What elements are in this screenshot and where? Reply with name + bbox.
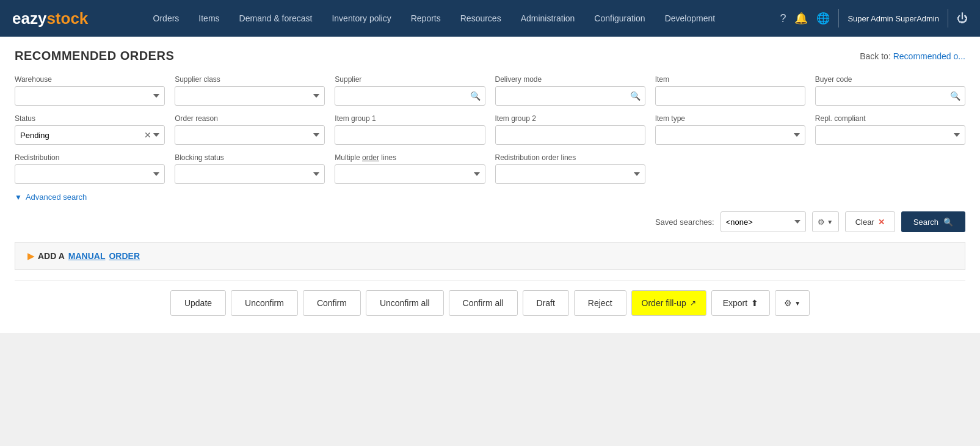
clear-label: Clear — [855, 218, 874, 227]
supplier-input-wrapper: 🔍 — [335, 86, 485, 106]
page-content: RECOMMENDED ORDERS Back to: Recommended … — [0, 37, 980, 333]
clear-button[interactable]: Clear ✕ — [845, 211, 895, 232]
saved-searches-gear-button[interactable]: ⚙ ▼ — [812, 211, 839, 232]
main-nav: Orders Items Demand & forecast Inventory… — [143, 0, 725, 37]
confirm-button[interactable]: Confirm — [303, 290, 361, 316]
bottom-actions: Update Unconfirm Confirm Unconfirm all C… — [15, 280, 965, 321]
saved-searches-select[interactable]: <none> — [720, 211, 806, 232]
power-icon[interactable]: ⏻ — [957, 12, 968, 25]
filter-redistribution-order-lines: Redistribution order lines — [495, 153, 645, 184]
advanced-search-toggle[interactable]: ▼ Advanced search — [15, 192, 965, 202]
page-title: RECOMMENDED ORDERS — [15, 49, 174, 63]
nav-reports[interactable]: Reports — [401, 0, 451, 37]
order-link[interactable]: ORDER — [109, 251, 140, 261]
nav-administration[interactable]: Administration — [511, 0, 585, 37]
help-icon[interactable]: ? — [780, 12, 786, 25]
filter-redistribution: Redistribution — [15, 153, 165, 184]
filter-delivery-mode: Delivery mode 🔍 — [495, 75, 645, 106]
filter-repl-compliant-label: Repl. compliant — [815, 114, 965, 123]
settings-chevron-icon: ▼ — [794, 300, 800, 307]
supplier-class-select[interactable] — [175, 86, 325, 106]
nav-items[interactable]: Items — [189, 0, 229, 37]
unconfirm-all-button[interactable]: Unconfirm all — [366, 290, 444, 316]
item-input[interactable] — [655, 86, 805, 106]
settings-gear-icon: ⚙ — [784, 298, 792, 308]
filter-buyer-code: Buyer code 🔍 — [815, 75, 965, 106]
item-group1-input[interactable] — [335, 125, 485, 145]
filter-warehouse-label: Warehouse — [15, 75, 165, 84]
filter-delivery-mode-label: Delivery mode — [495, 75, 645, 84]
filter-item-group1: Item group 1 — [335, 114, 485, 145]
export-button[interactable]: Export ⬆ — [711, 290, 770, 316]
status-select[interactable]: Pending — [15, 125, 165, 145]
status-select-wrapper: Pending ✕ — [15, 125, 165, 145]
nav-resources[interactable]: Resources — [451, 0, 511, 37]
external-link-icon: ↗ — [690, 299, 696, 307]
logo: eazystock — [12, 9, 88, 28]
clear-x-icon: ✕ — [878, 218, 885, 227]
filter-multiple-order-lines-label: Multiple order lines — [335, 153, 485, 162]
filter-status: Status Pending ✕ — [15, 114, 165, 145]
warehouse-select[interactable] — [15, 86, 165, 106]
chevron-small-icon: ▼ — [827, 219, 833, 225]
delivery-mode-input[interactable] — [495, 86, 645, 106]
filter-row-3: Redistribution Blocking status Multiple … — [15, 153, 965, 184]
filter-multiple-order-lines: Multiple order lines — [335, 153, 485, 184]
redistribution-select[interactable] — [15, 164, 165, 184]
filter-row-1: Warehouse Supplier class Supplier 🔍 Deli… — [15, 75, 965, 106]
confirm-all-button[interactable]: Confirm all — [449, 290, 518, 316]
supplier-input[interactable] — [335, 86, 485, 106]
update-button[interactable]: Update — [170, 290, 226, 316]
filter-order-reason: Order reason — [175, 114, 325, 145]
globe-icon[interactable]: 🌐 — [816, 12, 830, 25]
filter-supplier: Supplier 🔍 — [335, 75, 485, 106]
buyer-code-input[interactable] — [815, 86, 965, 106]
chevron-down-icon: ▼ — [15, 193, 22, 202]
filter-item-group1-label: Item group 1 — [335, 114, 485, 123]
search-icon: 🔍 — [943, 218, 953, 227]
nav-development[interactable]: Development — [655, 0, 725, 37]
redistribution-order-lines-select[interactable] — [495, 164, 645, 184]
page-header: RECOMMENDED ORDERS Back to: Recommended … — [15, 49, 965, 63]
search-actions-bar: Saved searches: <none> ⚙ ▼ Clear ✕ Searc… — [15, 211, 965, 232]
filter-supplier-class: Supplier class — [175, 75, 325, 106]
manual-link[interactable]: MANUAL — [68, 251, 106, 261]
item-type-select[interactable] — [655, 125, 805, 145]
blocking-status-select[interactable] — [175, 164, 325, 184]
nav-demand-forecast[interactable]: Demand & forecast — [230, 0, 322, 37]
item-group2-input[interactable] — [495, 125, 645, 145]
add-manual-prefix: ADD A — [38, 251, 65, 261]
order-fillup-label: Order fill-up — [642, 298, 686, 308]
filter-order-reason-label: Order reason — [175, 114, 325, 123]
settings-dropdown-button[interactable]: ⚙ ▼ — [775, 290, 810, 316]
filter-status-label: Status — [15, 114, 165, 123]
filter-buyer-code-label: Buyer code — [815, 75, 965, 84]
back-to-link[interactable]: Recommended o... — [893, 51, 965, 61]
filter-item-label: Item — [655, 75, 805, 84]
search-button[interactable]: Search 🔍 — [901, 211, 965, 232]
add-manual-order-section: ▶ ADD A MANUAL ORDER — [15, 242, 965, 270]
draft-button[interactable]: Draft — [523, 290, 569, 316]
top-right: ? 🔔 🌐 Super Admin SuperAdmin ⏻ — [780, 9, 968, 27]
filter-blocking-status: Blocking status — [175, 153, 325, 184]
advanced-search-label: Advanced search — [26, 192, 87, 202]
logo-eazy: eazy — [12, 9, 46, 28]
nav-configuration[interactable]: Configuration — [584, 0, 655, 37]
top-bar: eazystock Orders Items Demand & forecast… — [0, 0, 980, 37]
multiple-order-lines-select[interactable] — [335, 164, 485, 184]
nav-inventory-policy[interactable]: Inventory policy — [322, 0, 401, 37]
reject-button[interactable]: Reject — [574, 290, 626, 316]
order-fillup-button[interactable]: Order fill-up ↗ — [631, 290, 706, 316]
filter-redistribution-label: Redistribution — [15, 153, 165, 162]
bell-icon[interactable]: 🔔 — [794, 12, 808, 25]
order-reason-select[interactable] — [175, 125, 325, 145]
repl-compliant-select[interactable] — [815, 125, 965, 145]
filter-blocking-status-label: Blocking status — [175, 153, 325, 162]
status-clear-icon[interactable]: ✕ — [144, 130, 151, 140]
filter-item-group2-label: Item group 2 — [495, 114, 645, 123]
nav-orders[interactable]: Orders — [143, 0, 189, 37]
upload-icon: ⬆ — [751, 298, 758, 308]
unconfirm-button[interactable]: Unconfirm — [231, 290, 298, 316]
user-name: Super Admin SuperAdmin — [848, 14, 939, 23]
saved-searches-label: Saved searches: — [655, 218, 714, 227]
